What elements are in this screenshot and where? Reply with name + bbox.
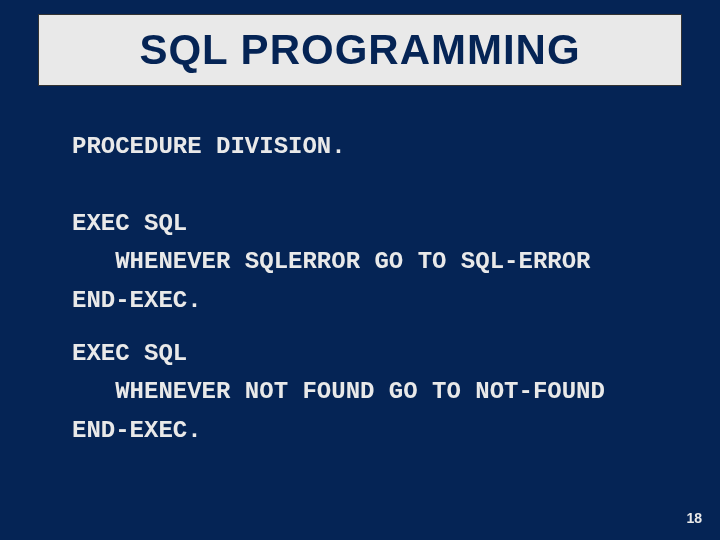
code-exec-sqlerror: EXEC SQL WHENEVER SQLERROR GO TO SQL-ERR… [72, 205, 590, 320]
title-box: SQL PROGRAMMING [38, 14, 682, 86]
code-procedure-division: PROCEDURE DIVISION. [72, 128, 346, 166]
slide-title: SQL PROGRAMMING [139, 26, 580, 74]
page-number: 18 [686, 510, 702, 526]
code-exec-notfound: EXEC SQL WHENEVER NOT FOUND GO TO NOT-FO… [72, 335, 605, 450]
